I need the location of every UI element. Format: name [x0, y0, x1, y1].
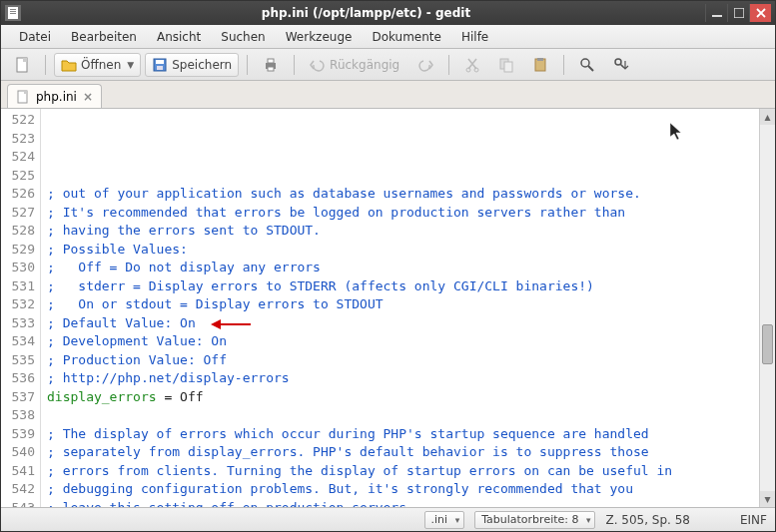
separator: [294, 55, 295, 75]
redo-icon: [417, 57, 433, 73]
insert-mode-indicator: EINF: [740, 513, 767, 527]
scroll-track[interactable]: [760, 125, 775, 491]
line-number: 528: [1, 222, 35, 241]
line-number: 537: [1, 388, 35, 407]
line-number: 540: [1, 443, 35, 462]
separator: [45, 55, 46, 75]
code-line: ; The display of errors which occur duri…: [47, 425, 759, 444]
svg-rect-4: [10, 13, 16, 14]
filetype-label: .ini: [431, 513, 448, 526]
code-line: ; errors from clients. Turning the displ…: [47, 462, 759, 481]
code-line: ; Possible Values:: [47, 241, 759, 260]
cut-icon: [464, 57, 480, 73]
line-number: 542: [1, 480, 35, 499]
line-number: 531: [1, 277, 35, 296]
line-number: 529: [1, 241, 35, 260]
save-icon: [152, 57, 168, 73]
copy-button[interactable]: [491, 53, 521, 77]
svg-rect-10: [23, 58, 27, 62]
vertical-scrollbar[interactable]: ▴ ▾: [759, 109, 775, 507]
code-line: ; separately from display_errors. PHP's …: [47, 443, 759, 462]
tab-close-button[interactable]: ×: [83, 90, 93, 104]
search-icon: [579, 57, 595, 73]
folder-open-icon: [61, 57, 77, 73]
separator: [247, 55, 248, 75]
line-number-gutter: 5225235245255265275285295305315325335345…: [1, 109, 41, 507]
filetype-combo[interactable]: .ini: [424, 511, 465, 529]
document-icon: [16, 90, 30, 104]
annotation-arrow: [211, 317, 251, 331]
menu-documents[interactable]: Dokumente: [364, 28, 449, 46]
line-number: 533: [1, 314, 35, 333]
svg-rect-22: [537, 58, 543, 61]
scroll-up-button[interactable]: ▴: [760, 109, 775, 125]
svg-marker-30: [211, 319, 221, 329]
document-tab[interactable]: php.ini ×: [7, 84, 102, 108]
position-indicator: Z. 505, Sp. 58: [605, 513, 690, 527]
code-line: ; Off = Do not display any errors: [47, 259, 759, 277]
print-icon: [263, 57, 279, 73]
line-number: 541: [1, 462, 35, 481]
line-number: 535: [1, 351, 35, 370]
close-button[interactable]: [749, 4, 771, 22]
separator: [563, 55, 564, 75]
save-button[interactable]: Speichern: [145, 53, 239, 77]
code-area[interactable]: ; out of your application such as databa…: [41, 109, 759, 507]
line-number: 526: [1, 185, 35, 204]
menu-tools[interactable]: Werkzeuge: [278, 28, 361, 46]
svg-rect-28: [24, 91, 27, 94]
code-line: ; leave this setting off on production s…: [47, 499, 759, 508]
cut-button[interactable]: [457, 53, 487, 77]
line-number: 522: [1, 111, 35, 130]
open-button-label: Öffnen: [81, 58, 121, 72]
svg-rect-6: [734, 8, 744, 18]
svg-line-24: [588, 66, 593, 71]
paste-icon: [532, 57, 548, 73]
code-line: ; http://php.net/display-errors: [47, 369, 759, 388]
menu-view[interactable]: Ansicht: [149, 28, 209, 46]
undo-icon: [310, 57, 326, 73]
menu-edit[interactable]: Bearbeiten: [63, 28, 145, 46]
tabwidth-combo[interactable]: Tabulatorbreite: 8: [474, 511, 595, 529]
app-icon: [5, 5, 21, 21]
line-number: 532: [1, 295, 35, 314]
copy-icon: [498, 57, 514, 73]
window-title: php.ini (/opt/lampp/etc) - gedit: [27, 6, 705, 20]
paste-button[interactable]: [525, 53, 555, 77]
menu-search[interactable]: Suchen: [213, 28, 273, 46]
line-number: 527: [1, 204, 35, 223]
statusbar: .ini Tabulatorbreite: 8 Z. 505, Sp. 58 E…: [1, 507, 775, 531]
menu-help[interactable]: Hilfe: [453, 28, 496, 46]
line-number: 534: [1, 332, 35, 351]
scroll-thumb[interactable]: [762, 324, 773, 364]
svg-rect-13: [157, 66, 163, 70]
maximize-button[interactable]: [727, 4, 749, 22]
toolbar: Öffnen ▼ Speichern Rückgängig: [1, 49, 775, 81]
code-line: ; It's recommended that errors be logged…: [47, 204, 759, 223]
svg-rect-5: [712, 15, 722, 17]
save-button-label: Speichern: [172, 58, 232, 72]
line-number: 523: [1, 130, 35, 149]
open-dropdown-icon[interactable]: ▼: [127, 60, 134, 70]
undo-button[interactable]: Rückgängig: [303, 53, 406, 77]
svg-rect-15: [268, 59, 274, 63]
minimize-button[interactable]: [705, 4, 727, 22]
find-replace-button[interactable]: [606, 53, 636, 77]
code-line: ; debugging configuration problems. But,…: [47, 480, 759, 499]
code-line: ; out of your application such as databa…: [47, 185, 759, 204]
redo-button[interactable]: [410, 53, 440, 77]
code-line: ; Development Value: On: [47, 332, 759, 351]
editor[interactable]: 5225235245255265275285295305315325335345…: [1, 109, 775, 507]
menu-file[interactable]: Datei: [11, 28, 59, 46]
find-button[interactable]: [572, 53, 602, 77]
line-number: 538: [1, 406, 35, 425]
code-line: [47, 406, 759, 425]
new-document-button[interactable]: [7, 53, 37, 77]
svg-rect-16: [268, 67, 274, 71]
code-line: ; stderr = Display errors to STDERR (aff…: [47, 277, 759, 296]
scroll-down-button[interactable]: ▾: [760, 491, 775, 507]
window-controls: [705, 4, 771, 22]
print-button[interactable]: [256, 53, 286, 77]
line-number: 530: [1, 259, 35, 277]
open-button[interactable]: Öffnen ▼: [54, 53, 141, 77]
